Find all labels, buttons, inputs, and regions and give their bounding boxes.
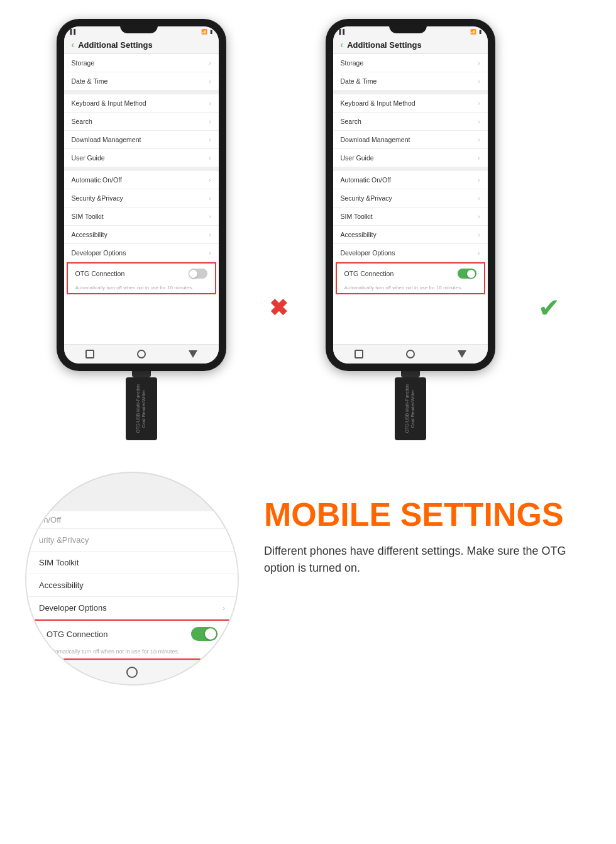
back-arrow-on-icon[interactable]: ‹: [341, 40, 344, 50]
toggle-off[interactable]: [189, 269, 207, 279]
chevron-icon: ›: [209, 177, 211, 184]
item-sim-on[interactable]: SIM Toolkit ›: [333, 208, 488, 226]
zoom-chevron-icon: ›: [223, 603, 225, 613]
zoom-circle: on/Off urity &Privacy SIM Toolkit Access…: [25, 472, 239, 686]
chevron-icon: ›: [478, 136, 480, 143]
signal-left-on: ▌▌: [339, 29, 346, 35]
item-developer-on[interactable]: Developer Options ›: [333, 244, 488, 262]
signal-left: ▌▌: [70, 29, 77, 35]
chevron-icon: ›: [478, 177, 480, 184]
chevron-icon: ›: [478, 231, 480, 238]
chevron-icon: ›: [209, 136, 211, 143]
chevron-icon: ›: [209, 195, 211, 202]
item-sim-off[interactable]: SIM Toolkit ›: [64, 208, 219, 226]
zoom-home-circle-icon[interactable]: [126, 667, 138, 678]
back-triangle-icon-on[interactable]: [458, 350, 466, 358]
zoom-item-autoonoff[interactable]: on/Off: [26, 511, 238, 529]
toggle-on[interactable]: [458, 269, 476, 279]
chevron-icon: ›: [478, 195, 480, 202]
settings-header-off: ‹ Additional Settings: [64, 36, 219, 54]
item-accessibility-off[interactable]: Accessibility ›: [64, 226, 219, 244]
chevron-icon: ›: [478, 250, 480, 257]
home-circle-icon-on[interactable]: [406, 350, 415, 358]
item-storage-off[interactable]: Storage ›: [64, 54, 219, 72]
x-mark-icon: ✖: [269, 297, 288, 319]
item-security-on[interactable]: Security &Privacy ›: [333, 189, 488, 208]
x-mark-wrap: ✖: [269, 176, 288, 440]
item-datetime-off[interactable]: Date & Time ›: [64, 72, 219, 91]
zoom-circle-wrap: on/Off urity &Privacy SIM Toolkit Access…: [25, 472, 239, 686]
zoom-toggle-on[interactable]: [191, 627, 217, 641]
chevron-icon: ›: [209, 155, 211, 162]
item-autoonoff-off[interactable]: Automatic On/Off ›: [64, 167, 219, 189]
otg-label-off: OTG Connection: [75, 270, 125, 277]
item-download-on[interactable]: Download Management ›: [333, 131, 488, 149]
zoom-otg-wrap: OTG Connection Automatically turn off wh…: [33, 619, 231, 660]
mobile-settings-title: MOBILE SETTINGS: [264, 497, 591, 533]
item-keyboard-on[interactable]: Keyboard & Input Method ›: [333, 91, 488, 113]
otg-row-highlight-off: OTG Connection Automatically turn off wh…: [67, 262, 216, 294]
status-right-on: 📶 ▮: [470, 29, 481, 35]
item-autoonoff-on[interactable]: Automatic On/Off ›: [333, 167, 488, 189]
chevron-icon: ›: [478, 60, 480, 67]
chevron-icon: ›: [209, 78, 211, 85]
chevron-icon: ›: [209, 231, 211, 238]
item-security-off[interactable]: Security &Privacy ›: [64, 189, 219, 208]
item-search-off[interactable]: Search ›: [64, 113, 219, 131]
home-square-icon-on[interactable]: [355, 350, 363, 358]
phone-on: ▌▌ 📶 ▮ ‹ Additional Settings Storage ›: [326, 19, 495, 371]
navbar-off: [64, 344, 219, 364]
chevron-icon: ›: [209, 213, 211, 220]
back-triangle-icon[interactable]: [189, 350, 197, 358]
back-arrow-icon[interactable]: ‹: [72, 40, 75, 50]
settings-list-on: Storage › Date & Time › Keyboard & Input…: [333, 54, 488, 344]
item-userguide-off[interactable]: User Guide ›: [64, 149, 219, 167]
dongle-text-on: OTG/USB Multi-FunctionCard Reader/Writer: [404, 384, 415, 433]
settings-title-on: Additional Settings: [347, 40, 421, 50]
zoom-item-security[interactable]: urity &Privacy: [26, 529, 238, 552]
zoom-item-developer[interactable]: Developer Options ›: [26, 597, 238, 619]
otg-row-on[interactable]: OTG Connection: [337, 264, 484, 284]
item-keyboard-off[interactable]: Keyboard & Input Method ›: [64, 91, 219, 113]
mobile-settings-text: MOBILE SETTINGS Different phones have di…: [264, 472, 591, 577]
notch: [120, 26, 158, 33]
mobile-settings-description: Different phones have different settings…: [264, 543, 591, 577]
zoom-otg-row[interactable]: OTG Connection: [34, 621, 230, 647]
chevron-icon: ›: [478, 100, 480, 107]
zoom-back-triangle-icon[interactable]: [197, 667, 208, 677]
home-circle-icon[interactable]: [137, 350, 146, 358]
item-accessibility-on[interactable]: Accessibility ›: [333, 226, 488, 244]
dongle-body-off: OTG/USB Multi-FunctionCard Reader/Writer: [126, 377, 157, 440]
home-square-icon[interactable]: [85, 350, 94, 358]
zoom-navbar: [26, 660, 238, 684]
top-phones-section: ▌▌ 📶 ▮ ‹ Additional Settings Storage: [0, 0, 616, 453]
wifi-icon-on: 📶: [470, 29, 476, 35]
phone-off-screen: ▌▌ 📶 ▮ ‹ Additional Settings Storage: [64, 26, 219, 364]
dongle-off: OTG/USB Multi-FunctionCard Reader/Writer: [126, 365, 157, 440]
zoom-item-sim[interactable]: SIM Toolkit: [26, 552, 238, 574]
zoom-home-square-icon[interactable]: [56, 667, 67, 678]
zoom-settings-partial: on/Off urity &Privacy SIM Toolkit Access…: [26, 511, 238, 684]
zoom-otg-label: OTG Connection: [47, 630, 108, 639]
chevron-icon: ›: [209, 250, 211, 257]
settings-list-off: Storage › Date & Time › Keyboard & Input…: [64, 54, 219, 344]
otg-row-off[interactable]: OTG Connection: [68, 264, 215, 284]
item-storage-on[interactable]: Storage ›: [333, 54, 488, 72]
item-developer-off[interactable]: Developer Options ›: [64, 244, 219, 262]
chevron-icon: ›: [478, 118, 480, 125]
item-datetime-on[interactable]: Date & Time ›: [333, 72, 488, 91]
dongle-text-off: OTG/USB Multi-FunctionCard Reader/Writer: [135, 384, 146, 433]
check-mark-wrap: ✔: [538, 176, 560, 440]
chevron-icon: ›: [209, 100, 211, 107]
bottom-section: on/Off urity &Privacy SIM Toolkit Access…: [0, 453, 616, 704]
item-search-on[interactable]: Search ›: [333, 113, 488, 131]
zoom-otg-subtitle: Automatically turn off when not in use f…: [34, 647, 230, 658]
notch-on: [389, 26, 427, 33]
chevron-icon: ›: [478, 155, 480, 162]
phone-off-wrap: ▌▌ 📶 ▮ ‹ Additional Settings Storage: [57, 19, 226, 440]
item-download-off[interactable]: Download Management ›: [64, 131, 219, 149]
item-userguide-on[interactable]: User Guide ›: [333, 149, 488, 167]
zoom-item-accessibility[interactable]: Accessibility: [26, 574, 238, 597]
settings-title-off: Additional Settings: [78, 40, 152, 50]
phone-on-wrap: ▌▌ 📶 ▮ ‹ Additional Settings Storage ›: [326, 19, 495, 440]
